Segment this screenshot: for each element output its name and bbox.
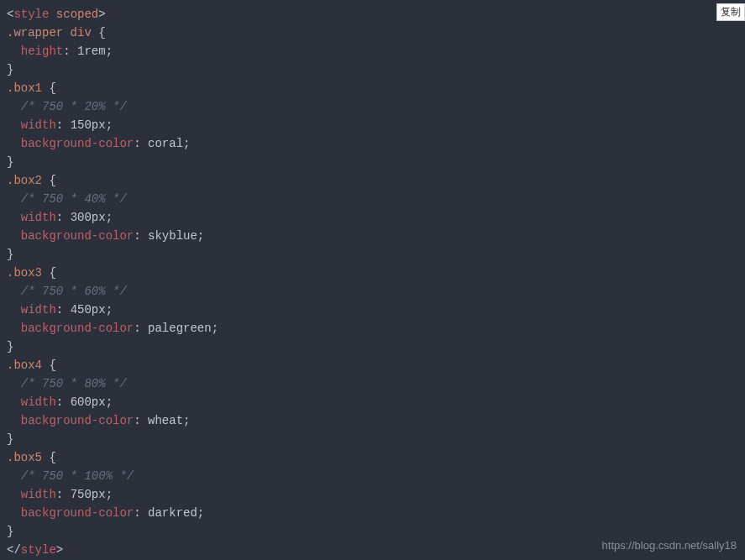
- css-value: coral: [148, 137, 183, 150]
- colon: :: [56, 395, 63, 409]
- indent: [7, 229, 21, 243]
- semicolon: ;: [106, 395, 113, 409]
- brace: {: [49, 266, 55, 280]
- colon: :: [134, 322, 140, 335]
- css-value: darkred: [148, 506, 197, 520]
- semicolon: ;: [106, 488, 113, 501]
- semicolon: ;: [183, 414, 190, 427]
- indent: [7, 488, 21, 501]
- code-line: width: 300px;: [7, 208, 738, 227]
- watermark-text: https://blog.csdn.net/sally18: [602, 536, 737, 555]
- code-line: width: 750px;: [7, 485, 738, 504]
- css-comment: /* 750 * 60% */: [21, 285, 127, 298]
- css-comment: /* 750 * 20% */: [21, 100, 127, 113]
- indent: [7, 285, 21, 298]
- code-line: /* 750 * 60% */: [7, 282, 738, 301]
- bracket: </: [7, 543, 21, 557]
- space: [63, 395, 70, 409]
- colon: :: [56, 118, 63, 132]
- semicolon: ;: [183, 137, 190, 150]
- indent: [7, 100, 21, 113]
- brace: }: [7, 248, 13, 261]
- space: [63, 488, 70, 501]
- space: [63, 118, 70, 132]
- code-line: width: 150px;: [7, 116, 738, 134]
- space: [92, 26, 98, 39]
- css-value: 150px: [71, 118, 106, 132]
- brace: }: [7, 525, 13, 538]
- indent: [7, 469, 21, 483]
- space: [141, 506, 148, 520]
- space: [141, 414, 148, 427]
- brace: {: [98, 26, 105, 39]
- brace: }: [7, 340, 13, 353]
- css-property: background-color: [21, 229, 134, 243]
- css-property: background-color: [21, 322, 134, 335]
- brace: }: [7, 432, 13, 446]
- code-line: /* 750 * 80% */: [7, 374, 738, 393]
- space: [141, 322, 148, 335]
- indent: [7, 211, 21, 224]
- brace: {: [49, 359, 55, 372]
- space: [141, 229, 148, 243]
- code-line: /* 750 * 100% */: [7, 467, 738, 485]
- css-property: width: [21, 211, 56, 224]
- brace: {: [49, 81, 55, 95]
- brace: }: [7, 155, 13, 169]
- colon: :: [56, 488, 63, 501]
- code-line: background-color: palegreen;: [7, 319, 738, 338]
- code-line: width: 600px;: [7, 393, 738, 411]
- brace: {: [49, 451, 55, 464]
- css-value: skyblue: [148, 229, 197, 243]
- css-comment: /* 750 * 100% */: [21, 469, 134, 483]
- bracket: >: [98, 8, 105, 21]
- css-selector: .box4: [7, 359, 42, 372]
- attribute: scoped: [56, 8, 98, 21]
- code-line: .box3 {: [7, 264, 738, 282]
- code-line: }: [7, 245, 738, 264]
- copy-button[interactable]: 复制: [716, 3, 745, 21]
- indent: [7, 118, 21, 132]
- code-line: background-color: skyblue;: [7, 227, 738, 245]
- code-line: height: 1rem;: [7, 42, 738, 60]
- code-line: background-color: darkred;: [7, 504, 738, 522]
- code-line: /* 750 * 40% */: [7, 190, 738, 208]
- css-property: background-color: [21, 414, 134, 427]
- colon: :: [134, 506, 140, 520]
- css-selector: .wrapper div: [7, 26, 92, 39]
- code-line: .wrapper div {: [7, 24, 738, 42]
- space: [63, 303, 70, 317]
- indent: [7, 192, 21, 206]
- indent: [7, 303, 21, 317]
- colon: :: [134, 229, 140, 243]
- css-value: 450px: [71, 303, 106, 317]
- css-selector: .box3: [7, 266, 42, 280]
- code-line: /* 750 * 20% */: [7, 97, 738, 116]
- code-line: }: [7, 153, 738, 171]
- css-property: background-color: [21, 506, 134, 520]
- brace: }: [7, 63, 13, 76]
- semicolon: ;: [106, 118, 113, 132]
- semicolon: ;: [197, 506, 204, 520]
- css-property: width: [21, 118, 56, 132]
- css-selector: .box1: [7, 81, 42, 95]
- semicolon: ;: [106, 303, 113, 317]
- css-property: height: [21, 44, 63, 58]
- colon: :: [134, 137, 140, 150]
- css-comment: /* 750 * 40% */: [21, 192, 127, 206]
- semicolon: ;: [197, 229, 204, 243]
- code-line: .box4 {: [7, 356, 738, 374]
- colon: :: [134, 414, 140, 427]
- indent: [7, 506, 21, 520]
- css-value: 1rem: [77, 44, 106, 58]
- tag-name: style: [21, 543, 56, 557]
- indent: [7, 137, 21, 150]
- css-value: wheat: [148, 414, 183, 427]
- space: [49, 8, 55, 21]
- space: [71, 44, 77, 58]
- css-value: 300px: [71, 211, 106, 224]
- indent: [7, 395, 21, 409]
- css-property: width: [21, 303, 56, 317]
- code-line: .box1 {: [7, 79, 738, 97]
- bracket: >: [56, 543, 63, 557]
